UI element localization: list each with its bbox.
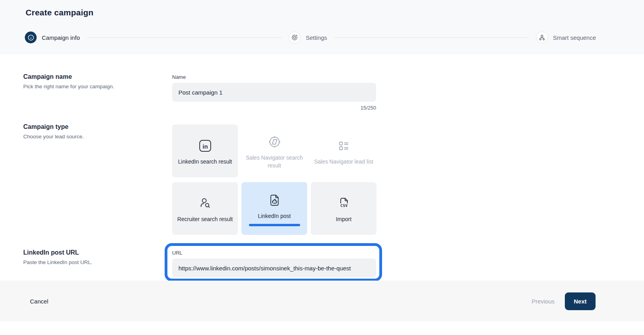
section-subheading: Pick the right name for your campaign. — [23, 84, 114, 89]
name-field-label: Name — [172, 74, 376, 80]
card-label: Recruiter search result — [177, 215, 233, 223]
compass-icon — [267, 134, 282, 150]
card-label: LinkedIn search result — [178, 158, 232, 166]
campaign-name-input[interactable] — [172, 83, 376, 102]
svg-text:CSV: CSV — [340, 203, 348, 208]
card-import[interactable]: CSV Import — [311, 182, 377, 235]
stepper-line — [334, 37, 529, 38]
card-sales-navigator-lead-list: Sales Navigator lead list — [311, 125, 377, 177]
hierarchy-icon — [536, 32, 548, 43]
section-heading: LinkedIn post URL — [23, 249, 93, 256]
url-field-label: URL — [172, 250, 379, 256]
step-label: Campaign info — [42, 34, 80, 41]
next-button[interactable]: Next — [565, 292, 596, 310]
campaign-type-section-head: Campaign type Choose your lead source. — [23, 123, 84, 140]
card-label: Sales Navigator search result — [245, 154, 304, 170]
target-icon — [289, 32, 301, 43]
campaign-name-section-head: Campaign name Pick the right name for yo… — [23, 73, 114, 89]
section-subheading: Choose your lead source. — [23, 134, 84, 140]
csv-file-icon: CSV — [336, 195, 351, 211]
linkedin-post-url-section-head: LinkedIn post URL Paste the LinkedIn pos… — [23, 249, 93, 265]
step-label: Smart sequence — [553, 34, 596, 41]
cancel-button[interactable]: Cancel — [30, 298, 48, 305]
linkedin-icon: in — [198, 138, 213, 154]
url-field-highlight: URL — [165, 243, 382, 281]
char-counter: 15/250 — [172, 105, 376, 111]
card-label: Import — [336, 215, 352, 223]
step-campaign-info[interactable]: Campaign info — [25, 32, 80, 43]
card-sales-navigator-search-result: Sales Navigator search result — [241, 125, 307, 177]
card-recruiter-search-result[interactable]: Recruiter search result — [172, 182, 238, 235]
wizard-header: Create campaign Campaign info — [0, 0, 644, 54]
linkedin-post-url-input[interactable] — [172, 259, 376, 277]
card-label: Sales Navigator lead list — [314, 158, 373, 166]
stepper-line — [87, 37, 282, 38]
create-campaign-page: Create campaign Campaign info — [0, 0, 644, 335]
step-label: Settings — [306, 34, 327, 41]
svg-text:in: in — [202, 143, 208, 149]
step-smart-sequence[interactable]: Smart sequence — [536, 32, 596, 43]
lead-list-icon — [336, 138, 351, 154]
linkedin-post-icon — [267, 192, 282, 208]
step-settings[interactable]: Settings — [289, 32, 327, 43]
previous-button[interactable]: Previous — [532, 298, 555, 305]
campaign-type-grid: in LinkedIn search result Sales Navigato… — [172, 125, 377, 235]
selected-underline — [249, 224, 300, 226]
card-linkedin-search-result[interactable]: in LinkedIn search result — [172, 125, 238, 177]
section-heading: Campaign type — [23, 123, 84, 130]
recruiter-search-icon — [198, 195, 213, 211]
page-title: Create campaign — [26, 8, 93, 17]
section-subheading: Paste the LinkedIn post URL. — [23, 259, 93, 265]
wizard-footer: Cancel Previous Next — [0, 281, 644, 322]
section-heading: Campaign name — [23, 73, 114, 80]
footer-actions: Previous Next — [532, 292, 596, 310]
info-icon — [25, 32, 37, 43]
card-label: LinkedIn post — [258, 212, 291, 220]
name-field-block: Name 15/250 — [172, 74, 376, 111]
stepper: Campaign info Settings — [25, 31, 596, 44]
card-linkedin-post[interactable]: LinkedIn post — [241, 182, 307, 235]
